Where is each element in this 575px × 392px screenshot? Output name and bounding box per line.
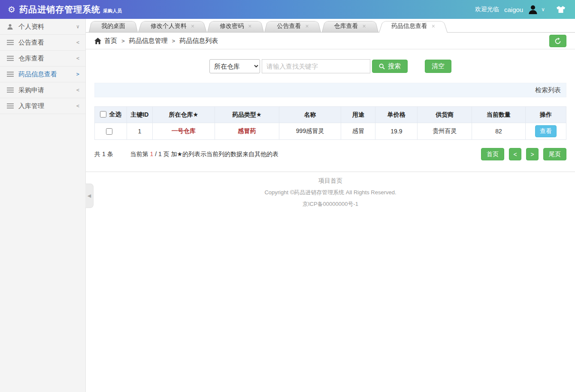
select-all-label: 全选 [109, 111, 121, 118]
cell-id: 1 [127, 123, 152, 140]
row-checkbox[interactable] [106, 128, 112, 135]
select-all[interactable]: 全选 [100, 111, 121, 118]
main-area: ◀ 我的桌面 修改个人资料 × 修改密码 × 公告查看 × 仓库查看 × [86, 19, 575, 392]
refresh-icon [554, 38, 561, 45]
tab-my-desktop[interactable]: 我的桌面 [92, 20, 135, 32]
search-button-label: 搜索 [388, 62, 401, 70]
pagination-total: 共 1 条 [94, 151, 113, 158]
sidebar-item-label: 采购申请 [18, 86, 76, 94]
breadcrumb-section: 药品信息管理 [129, 37, 168, 45]
table-row: 1 一号仓库 感冒药 999感冒灵 感冒 19.9 贵州百灵 82 查看 [95, 123, 566, 140]
sidebar-item-drug-info-view[interactable]: 药品信息查看 > [0, 66, 85, 82]
app-title: 药品进销存管理系统 [19, 4, 100, 15]
breadcrumb-home-link[interactable]: 首页 [104, 37, 117, 45]
footer: 项目首页 Copyright ©药品进销存管理系统 All Rights Res… [86, 172, 575, 208]
role-label: 采购人员 [103, 8, 122, 14]
breadcrumb-bar: 首页 > 药品信息管理 > 药品信息列表 [86, 33, 575, 49]
chevron-right-icon: > [76, 71, 79, 77]
breadcrumb-current: 药品信息列表 [179, 37, 218, 45]
chevron-left-icon: < [76, 103, 79, 109]
tab-drug-info-view[interactable]: 药品信息查看 × [382, 20, 445, 32]
theme-tshirt-icon[interactable] [556, 6, 566, 13]
home-icon [94, 38, 101, 44]
close-icon[interactable]: × [432, 23, 435, 29]
tab-label: 药品信息查看 [391, 22, 427, 30]
tab-edit-profile[interactable]: 修改个人资料 × [141, 20, 204, 32]
sidebar-item-purchase-request[interactable]: 采购申请 < [0, 82, 85, 98]
pagination-buttons: 首页 < > 尾页 [481, 148, 566, 160]
breadcrumb: 首页 > 药品信息管理 > 药品信息列表 [94, 37, 218, 45]
tab-warehouse-view[interactable]: 仓库查看 × [325, 20, 375, 32]
chevron-down-icon[interactable]: ∨ [541, 6, 545, 12]
select-all-checkbox[interactable] [100, 111, 106, 118]
list-bar: 检索列表 [94, 83, 566, 97]
col-header-warehouse: 所在仓库★ [152, 107, 215, 123]
search-button[interactable]: 搜索 [372, 60, 408, 73]
list-bar-label: 检索列表 [535, 86, 561, 94]
warehouse-select[interactable]: 所在仓库 [209, 59, 260, 73]
col-header-id: 主键ID [127, 107, 152, 123]
tab-change-password[interactable]: 修改密码 × [210, 20, 261, 32]
tab-label: 我的桌面 [101, 22, 125, 30]
refresh-button[interactable] [549, 35, 566, 47]
sidebar-item-label: 个人资料 [18, 23, 76, 31]
menu-icon [7, 103, 15, 109]
close-icon[interactable]: × [363, 23, 366, 29]
sidebar-item-profile[interactable]: 个人资料 ∨ [0, 19, 85, 35]
cell-usage: 感冒 [341, 123, 375, 140]
menu-icon [7, 72, 15, 77]
menu-icon [7, 40, 15, 45]
cell-price: 19.9 [375, 123, 418, 140]
sidebar-item-label: 药品信息查看 [18, 70, 76, 78]
pagination-page-suffix: / 1 页 [155, 151, 169, 157]
gear-icon: ⚙ [8, 4, 15, 15]
chevron-left-icon: < [76, 39, 79, 45]
view-button[interactable]: 查看 [535, 125, 557, 137]
breadcrumb-separator: > [172, 38, 176, 44]
avatar[interactable] [527, 4, 539, 15]
welcome-text: 欢迎光临 [475, 6, 499, 13]
col-header-usage: 用途 [341, 107, 375, 123]
tab-notices[interactable]: 公告查看 × [267, 20, 318, 32]
tab-bar: 我的桌面 修改个人资料 × 修改密码 × 公告查看 × 仓库查看 × 药品信息查… [86, 19, 575, 33]
cell-type: 感冒药 [215, 123, 279, 140]
col-header-actions: 操作 [526, 107, 566, 123]
sidebar-item-warehouse-view[interactable]: 仓库查看 < [0, 51, 85, 66]
footer-home-link[interactable]: 项目首页 [86, 177, 575, 185]
clear-button[interactable]: 清空 [425, 60, 451, 73]
close-icon[interactable]: × [248, 23, 251, 29]
app-header: ⚙ 药品进销存管理系统 采购人员 欢迎光临 caigou ∨ [0, 0, 575, 19]
search-input[interactable] [262, 59, 370, 73]
pagination-current-label: 当前第 [130, 151, 148, 157]
last-page-button[interactable]: 尾页 [543, 148, 566, 160]
cell-name: 999感冒灵 [279, 123, 341, 140]
footer-icp: 京ICP备00000000号-1 [86, 200, 575, 208]
search-toolbar: 所在仓库 搜索 清空 [94, 59, 566, 73]
header-right: 欢迎光临 caigou ∨ [475, 4, 566, 15]
sidebar-item-label: 入库管理 [18, 102, 76, 110]
pagination: 共 1 条 当前第 1 / 1 页 加★的列表示当前列的数据来自其他的表 首页 … [94, 148, 566, 160]
sidebar: 个人资料 ∨ 公告查看 < 仓库查看 < 药品信息查看 > [0, 19, 86, 392]
first-page-button[interactable]: 首页 [481, 148, 504, 160]
tab-label: 仓库查看 [334, 22, 358, 30]
chevron-down-icon: ∨ [76, 24, 79, 30]
sidebar-item-inbound-management[interactable]: 入库管理 < [0, 98, 85, 114]
col-header-price: 单价格 [375, 107, 418, 123]
close-icon[interactable]: × [191, 23, 194, 29]
tab-label: 修改密码 [220, 22, 244, 30]
footer-copyright: Copyright ©药品进销存管理系统 All Rights Reserved… [86, 189, 575, 196]
next-page-button[interactable]: > [526, 148, 539, 160]
chevron-left-icon: < [76, 87, 79, 93]
close-icon[interactable]: × [305, 23, 309, 29]
tab-label: 公告查看 [277, 22, 301, 30]
sidebar-item-notices[interactable]: 公告查看 < [0, 35, 85, 51]
brand: ⚙ 药品进销存管理系统 采购人员 [8, 4, 122, 15]
sidebar-item-label: 仓库查看 [18, 54, 76, 63]
sidebar-item-label: 公告查看 [18, 39, 76, 47]
sidebar-collapse-handle[interactable]: ◀ [85, 184, 94, 208]
cell-quantity: 82 [472, 123, 526, 140]
prev-page-button[interactable]: < [509, 148, 521, 160]
pagination-status: 当前第 1 / 1 页 加★的列表示当前列的数据来自其他的表 [130, 151, 279, 158]
table-header-row: 全选 主键ID 所在仓库★ 药品类型★ 名称 用途 单价格 供货商 当前数量 操… [95, 107, 566, 123]
breadcrumb-separator: > [121, 38, 125, 44]
